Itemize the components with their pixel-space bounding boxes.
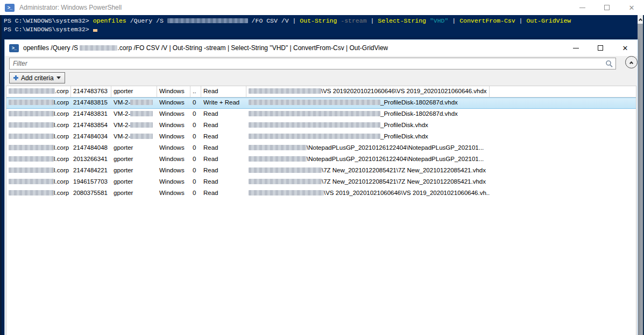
minimize-button[interactable] — [563, 40, 588, 56]
text-segment: | — [515, 17, 527, 24]
prompt: PS C:\WINDOWS\system32> — [4, 26, 89, 33]
text-segment: Windows — [159, 190, 185, 196]
text-segment: Windows — [159, 178, 185, 185]
column-header[interactable]: .corp — [6, 86, 71, 97]
column-header-filler — [490, 86, 636, 97]
grid-cell: _ProfileDisk.vhdx — [246, 120, 490, 131]
grid-cell: Windows — [157, 165, 190, 177]
column-header[interactable]: \VS 201920201021060646\VS 2019_202010210… — [246, 86, 490, 97]
text-segment: Windows — [159, 88, 185, 94]
text-segment: gporter — [114, 88, 133, 94]
table-row[interactable]: l.corp2080375581gporterWindows0Read\VS 2… — [6, 188, 636, 199]
filter-input[interactable] — [9, 58, 616, 69]
grid-cell: gporter — [111, 143, 157, 154]
text-segment: Windows — [159, 156, 185, 162]
grid-cell: l.corp — [6, 154, 71, 165]
grid-cell: 0 — [190, 188, 201, 199]
table-row[interactable]: l.corp2147483854VM-2-Windows0Read_Profil… — [6, 120, 636, 131]
minimize-icon — [579, 8, 585, 8]
maximize-button[interactable] — [595, 0, 619, 15]
chevron-up-icon — [629, 61, 633, 65]
column-header[interactable]: .. — [190, 86, 201, 97]
text-segment: 2147484221 — [73, 167, 108, 173]
text-segment: 0 — [193, 133, 196, 139]
collapse-filter-button[interactable] — [625, 56, 638, 68]
grid-cell: Windows — [157, 109, 190, 120]
filter-bar — [9, 58, 616, 69]
grid-cell: Windows — [157, 188, 190, 199]
text-segment: Read — [203, 156, 218, 162]
grid-cell: Windows — [157, 143, 190, 154]
column-header[interactable]: 2147483763 — [71, 86, 111, 97]
text-segment: VM-2- — [114, 133, 130, 139]
grid-cell: 0 — [190, 154, 201, 165]
grid-cell: 0 — [190, 131, 201, 143]
text-segment: 2013266341 — [73, 156, 108, 162]
screen: >_ Administrator: Windows PowerShell ✕ P… — [0, 0, 644, 335]
text-segment: Read — [203, 190, 218, 196]
dropdown-arrow-icon — [56, 76, 61, 79]
text-segment — [426, 17, 430, 24]
redacted-text — [130, 122, 153, 128]
add-criteria-label: Add criteria — [21, 74, 54, 82]
grid-cell: VM-2- — [111, 131, 157, 143]
text-segment: Select-String — [378, 17, 426, 24]
grid-cell: gporter — [111, 177, 157, 188]
text-segment: Read — [203, 167, 218, 173]
table-row[interactable]: l.corp2147483815VM-2-Windows0Write + Rea… — [6, 97, 636, 109]
redacted-text — [9, 88, 55, 94]
console-scrollbar[interactable] — [638, 15, 644, 335]
redacted-text — [9, 134, 54, 139]
close-button[interactable]: ✕ — [613, 40, 638, 56]
text-segment: 2147483763 — [73, 88, 108, 94]
text-segment: 2080375581 — [73, 190, 108, 196]
column-header[interactable]: Windows — [157, 86, 190, 97]
grid-cell: l.corp — [6, 97, 71, 109]
grid-cell: gporter — [111, 188, 157, 199]
text-segment: _ProfileDisk.vhdx — [380, 133, 428, 139]
grid-cell: Read — [201, 188, 246, 199]
grid-cell: l.corp — [6, 143, 71, 154]
grid-header-row: .corp2147483763gporterWindows..Read\VS 2… — [6, 86, 636, 97]
close-icon: ✕ — [629, 4, 635, 11]
minimize-button[interactable] — [570, 0, 595, 15]
text-segment: l.corp — [54, 144, 69, 151]
text-segment: 0 — [193, 167, 196, 173]
text-segment: 0 — [193, 156, 196, 162]
column-header[interactable]: Read — [201, 86, 246, 97]
text-segment: \NotepadPLusGP_20210126122404\NotepadPLu… — [307, 156, 484, 162]
close-button[interactable]: ✕ — [619, 0, 644, 15]
text-segment: \VS 2019_20201021060646\VS 2019_20201021… — [324, 190, 490, 196]
text-segment: Windows — [159, 110, 185, 117]
grid-cell: \7Z New_20210122085421\7Z New_2021012208… — [246, 177, 490, 188]
text-segment: l.corp — [54, 190, 69, 196]
table-row[interactable]: l.corp1946157703gporterWindows0Read\7Z N… — [6, 177, 636, 188]
grid-cell: \7Z New_20210122085421\7Z New_2021012208… — [246, 165, 490, 177]
text-segment: Write + Read — [203, 99, 239, 106]
table-row[interactable]: l.corp2147484048gporterWindows0Read\Note… — [6, 143, 636, 154]
grid-cell: 0 — [190, 177, 201, 188]
text-segment: "VHD" — [430, 17, 449, 24]
grid-cell: 1946157703 — [71, 177, 111, 188]
scroll-up-button[interactable] — [638, 15, 643, 24]
table-row[interactable]: l.corp2147483831VM-2-Windows0Read_Profil… — [6, 109, 636, 120]
text-segment: 0 — [193, 122, 196, 128]
grid-cell: \VS 2019_20201021060646\VS 2019_20201021… — [246, 188, 490, 199]
gridview-title: openfiles /Query /S .corp /FO CSV /V | O… — [23, 44, 388, 52]
text-cursor — [93, 29, 97, 32]
grid-cell: l.corp — [6, 109, 71, 120]
redacted-text — [249, 179, 322, 184]
grid-cell: _ProfileDisk-1802687d.vhdx — [246, 109, 490, 120]
maximize-button[interactable] — [588, 40, 613, 56]
grid-cell: l.corp — [6, 188, 71, 199]
table-row[interactable]: l.corp2013266341gporterWindows0Read\Note… — [6, 154, 636, 165]
results-grid: .corp2147483763gporterWindows..Read\VS 2… — [6, 86, 636, 335]
table-row[interactable]: l.corp2147484221gporterWindows0Read\7Z N… — [6, 165, 636, 177]
redacted-text — [249, 145, 307, 150]
grid-cell: 2147483831 — [71, 109, 111, 120]
add-criteria-button[interactable]: Add criteria — [9, 72, 65, 83]
grid-cell: VM-2- — [111, 109, 157, 120]
table-row[interactable]: l.corp2147484034VM-2-Windows0Read_Profil… — [6, 131, 636, 143]
column-header[interactable]: gporter — [111, 86, 157, 97]
text-segment: l.corp — [54, 156, 69, 162]
